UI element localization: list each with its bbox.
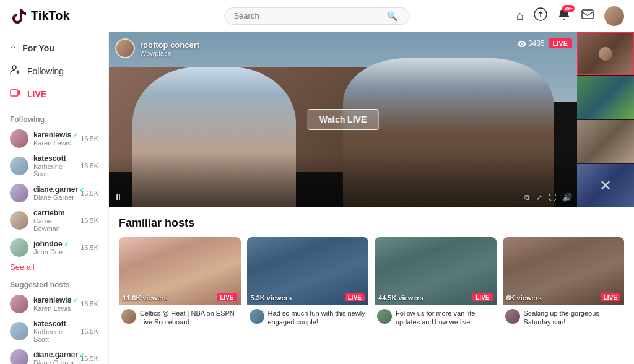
sug-followers-2: 16.5K (80, 327, 98, 335)
user-item-1[interactable]: karenlewis ✓ Karen Lewis 16.5K (0, 126, 108, 151)
live-host-overlay: rooftop concert Wowplace (115, 38, 199, 58)
user-followers-2: 16.5K (80, 162, 98, 170)
familiar-hosts-section: Familiar hosts 11.6K viewers LIVE Celtic… (109, 207, 634, 340)
main-layout: ⌂ For You Following LIVE Following (0, 32, 634, 364)
host-card-desc-1: Celtics @ Heat | NBA on ESPN Live Scoreb… (140, 309, 238, 327)
sug-handle-2: katescott (33, 319, 76, 328)
thumb-3[interactable] (577, 120, 634, 163)
live-viewers-count: 3485 (518, 39, 545, 48)
upload-icon[interactable] (534, 7, 547, 24)
live-video-main[interactable]: rooftop concert Wowplace 3485 LIVE Watch… (109, 32, 577, 207)
logo[interactable]: TikTok (10, 7, 118, 25)
user-info-2: katescott Katherine Scott (33, 154, 76, 178)
search-input-wrap[interactable]: 🔍 (224, 7, 410, 25)
user-handle-1: karenlewis ✓ (33, 131, 76, 139)
host-card-3[interactable]: 44.5K viewers LIVE Follow us for more va… (375, 237, 497, 331)
host-thumb-1: 11.6K viewers LIVE (119, 237, 241, 305)
home-icon[interactable]: ⌂ (516, 9, 524, 23)
sidebar-item-following[interactable]: Following (0, 59, 108, 82)
user-info-4: carriebm Carrie Bowman (33, 209, 76, 232)
sug-handle-3: diane.garner ✓ (33, 350, 76, 359)
live-host-sub: Wowplace (140, 50, 199, 57)
sug-avatar-3 (10, 349, 28, 364)
expand-icon[interactable]: ⤢ (536, 193, 542, 202)
sug-name-1: Karen Lewis (33, 305, 76, 312)
svg-rect-1 (582, 10, 593, 19)
verified-5: ✓ (64, 241, 69, 248)
following-section-label: Following (0, 110, 108, 126)
header-icons: ⌂ 99+ (516, 6, 624, 26)
sug-followers-3: 16.5K (80, 355, 98, 362)
user-followers-4: 16.5K (80, 217, 98, 224)
thumb-2[interactable] (577, 76, 634, 119)
host-thumb-2: 5.3K viewers LIVE (247, 237, 369, 305)
live-label: LIVE (27, 89, 46, 99)
sug-followers-1: 16.5K (80, 300, 98, 308)
pause-icon[interactable]: ⏸ (114, 192, 123, 202)
sug-info-1: karenlewis ✓ Karen Lewis (33, 296, 76, 312)
user-item-2[interactable]: katescott Katherine Scott 16.5K (0, 151, 108, 181)
user-handle-5: johndoe ✓ (33, 240, 76, 248)
thumb-1[interactable] (577, 32, 634, 75)
fullscreen-icon[interactable]: ⛶ (549, 193, 556, 202)
notif-badge: 99+ (562, 5, 575, 12)
sug-info-3: diane.garner ✓ Diane Garner (33, 350, 76, 364)
host-card-info-3: Follow us for more van life updates and … (375, 305, 497, 331)
live-controls-right: ⧉ ⤢ ⛶ 🔊 (524, 193, 572, 202)
user-handle-3: diane.garner ✓ (33, 185, 76, 194)
host-card-desc-4: Soaking up the gorgeous Saturday sun! (524, 309, 622, 327)
notifications-icon[interactable]: 99+ (557, 7, 571, 24)
sug-name-3: Diane Garner (33, 359, 76, 364)
host-card-info-1: Celtics @ Heat | NBA on ESPN Live Scoreb… (119, 305, 241, 331)
home-nav-icon: ⌂ (10, 42, 16, 54)
live-banner: rooftop concert Wowplace 3485 LIVE Watch… (109, 32, 634, 207)
logo-text: TikTok (31, 9, 70, 23)
content-area: rooftop concert Wowplace 3485 LIVE Watch… (109, 32, 634, 364)
svg-rect-3 (11, 90, 18, 96)
live-host-avatar (115, 38, 135, 58)
svg-point-2 (12, 66, 16, 69)
sidebar-item-for-you[interactable]: ⌂ For You (0, 37, 108, 59)
user-name-4: Carrie Bowman (33, 217, 76, 232)
user-item-5[interactable]: johndoe ✓ John Doe 16.5K (0, 235, 108, 260)
host-card-desc-2: Had so much fun with this newly engaged … (268, 309, 367, 327)
live-host-name: rooftop concert (140, 40, 199, 50)
user-item-3[interactable]: diane.garner ✓ Diane Garner 16.5K (0, 181, 108, 206)
tiktok-logo-icon (10, 7, 27, 25)
user-avatar-5 (10, 238, 28, 257)
pip-icon[interactable]: ⧉ (524, 193, 530, 202)
sidebar-item-live[interactable]: LIVE (0, 82, 108, 105)
suggested-item-2[interactable]: katescott Katherine Scott 16.5K (0, 316, 108, 346)
live-nav-icon (10, 87, 21, 100)
live-thumbnails: ✕ (577, 32, 634, 207)
see-all-link[interactable]: See all (0, 260, 108, 274)
user-item-4[interactable]: carriebm Carrie Bowman 16.5K (0, 206, 108, 235)
search-icon: 🔍 (387, 11, 397, 21)
user-name-3: Diane Garner (33, 194, 76, 201)
search-bar: 🔍 (118, 7, 516, 25)
svg-point-4 (521, 43, 523, 45)
user-avatar-1 (10, 129, 28, 148)
thumb-4[interactable]: ✕ (577, 164, 634, 207)
suggested-item-1[interactable]: karenlewis ✓ Karen Lewis 16.5K (0, 292, 108, 316)
familiar-hosts-title: Familiar hosts (119, 217, 624, 230)
suggested-section-label: Suggested hosts (0, 274, 108, 292)
host-card-1[interactable]: 11.6K viewers LIVE Celtics @ Heat | NBA … (119, 237, 241, 331)
host-card-2[interactable]: 5.3K viewers LIVE Had so much fun with t… (247, 237, 369, 331)
user-handle-2: katescott (33, 154, 76, 163)
verified-1: ✓ (72, 132, 77, 139)
sug-info-2: katescott Katherine Scott (33, 319, 76, 343)
user-avatar-4 (10, 211, 28, 230)
host-card-4[interactable]: 6K viewers LIVE Soaking up the gorgeous … (503, 237, 625, 331)
messages-icon[interactable] (581, 7, 594, 24)
suggested-item-3[interactable]: diane.garner ✓ Diane Garner 16.5K (0, 346, 108, 364)
volume-icon[interactable]: 🔊 (562, 193, 572, 202)
hosts-grid: 11.6K viewers LIVE Celtics @ Heat | NBA … (119, 237, 624, 331)
user-avatar-header[interactable] (604, 6, 624, 26)
sug-avatar-2 (10, 322, 28, 340)
watch-live-button[interactable]: Watch LIVE (308, 109, 379, 130)
search-input[interactable] (233, 11, 382, 20)
host-card-desc-3: Follow us for more van life updates and … (396, 309, 494, 327)
user-avatar-3 (10, 184, 28, 202)
following-users-list: karenlewis ✓ Karen Lewis 16.5K katescott… (0, 126, 108, 260)
